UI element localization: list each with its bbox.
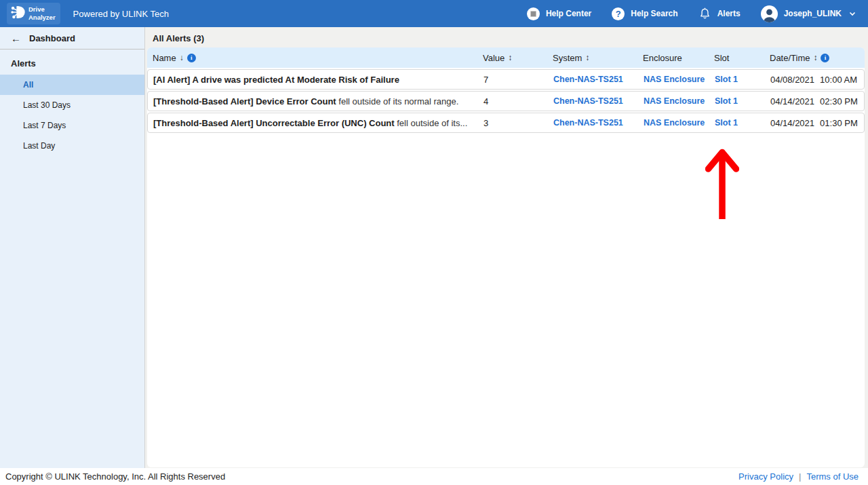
table-row: [Threshold-Based Alert] Device Error Cou…	[147, 91, 865, 111]
system-link[interactable]: Chen-NAS-TS251	[553, 118, 644, 128]
sort-desc-icon: ↓	[180, 53, 184, 62]
sort-icon: ↕	[813, 53, 817, 62]
column-header-value[interactable]: Value ↕	[483, 53, 553, 63]
sidebar-item-last-7-days[interactable]: Last 7 Days	[0, 115, 144, 136]
enclosure-link[interactable]: NAS Enclosure	[644, 96, 715, 106]
alert-datetime: 04/14/202101:30 PM	[770, 118, 864, 128]
page-title: All Alerts (3)	[153, 33, 204, 43]
app-logo[interactable]: Drive Analyzer	[7, 3, 60, 24]
enclosure-link[interactable]: NAS Enclosure	[644, 118, 715, 128]
column-header-system[interactable]: System ↕	[553, 53, 643, 63]
alert-value: 3	[484, 118, 553, 128]
sidebar-back-dashboard[interactable]: ← Dashboard	[0, 27, 144, 50]
bell-icon	[698, 7, 711, 20]
table-row: [Threshold-Based Alert] Uncorrectable Er…	[147, 113, 865, 133]
column-header-name[interactable]: Name ↓ i	[153, 53, 483, 63]
alerts-button[interactable]: Alerts	[698, 7, 741, 20]
alerts-table-panel: Name ↓ i Value ↕ System ↕ Enclosure Slot…	[147, 47, 865, 467]
alert-datetime: 04/08/202110:00 AM	[770, 75, 864, 85]
dashboard-label: Dashboard	[29, 33, 75, 43]
chevron-down-icon	[849, 12, 856, 16]
system-link[interactable]: Chen-NAS-TS251	[553, 96, 644, 106]
help-center-icon	[527, 7, 540, 20]
table-header-row: Name ↓ i Value ↕ System ↕ Enclosure Slot…	[147, 47, 865, 68]
help-center-label: Help Center	[546, 9, 591, 18]
sidebar-item-all[interactable]: All	[0, 75, 144, 95]
username-label: Joseph_ULINK	[784, 9, 842, 18]
alerts-label: Alerts	[717, 9, 741, 18]
drive-analyzer-logo-icon	[9, 3, 26, 24]
alert-name: [Threshold-Based Alert] Uncorrectable Er…	[153, 118, 484, 128]
help-search-button[interactable]: ? Help Search	[612, 7, 677, 20]
system-link[interactable]: Chen-NAS-TS251	[553, 75, 644, 84]
sort-icon: ↕	[508, 53, 512, 62]
back-arrow-icon: ←	[11, 33, 21, 44]
top-navbar: Drive Analyzer Powered by ULINK Tech Hel…	[0, 0, 868, 27]
datetime-info-icon[interactable]: i	[821, 54, 829, 62]
column-header-slot[interactable]: Slot	[714, 53, 770, 63]
help-search-label: Help Search	[631, 9, 677, 18]
enclosure-link[interactable]: NAS Enclosure	[644, 75, 715, 84]
column-header-enclosure[interactable]: Enclosure	[643, 53, 714, 63]
powered-by-text: Powered by ULINK Tech	[73, 9, 169, 19]
alert-name: [Threshold-Based Alert] Device Error Cou…	[153, 96, 484, 106]
sidebar-section-alerts: Alerts	[0, 50, 144, 75]
navbar-right: Help Center ? Help Search Alerts	[527, 5, 856, 22]
column-header-datetime[interactable]: Date/Time ↕ i	[770, 53, 865, 63]
help-center-button[interactable]: Help Center	[527, 7, 591, 20]
footer: Copyright © ULINK Technology, Inc. All R…	[0, 468, 868, 485]
slot-link[interactable]: Slot 1	[715, 118, 770, 128]
user-menu[interactable]: Joseph_ULINK	[761, 5, 856, 22]
alert-value: 7	[484, 75, 553, 85]
alert-value: 4	[484, 96, 553, 106]
alert-datetime: 04/14/202102:30 PM	[770, 96, 864, 106]
sort-icon: ↕	[585, 53, 589, 62]
sidebar: ← Dashboard Alerts All Last 30 Days Last…	[0, 27, 145, 468]
footer-separator: |	[799, 471, 801, 482]
sidebar-item-last-30-days[interactable]: Last 30 Days	[0, 95, 144, 115]
table-row: [AI Alert] A drive was predicted At Mode…	[147, 69, 865, 90]
user-avatar-icon	[761, 5, 778, 22]
name-info-icon[interactable]: i	[187, 54, 196, 62]
slot-link[interactable]: Slot 1	[715, 75, 770, 84]
alert-name: [AI Alert] A drive was predicted At Mode…	[153, 75, 484, 85]
sidebar-item-last-day[interactable]: Last Day	[0, 136, 144, 156]
slot-link[interactable]: Slot 1	[715, 96, 770, 106]
app-logo-text: Drive Analyzer	[28, 5, 56, 22]
help-search-icon: ?	[612, 7, 625, 20]
terms-of-use-link[interactable]: Terms of Use	[806, 471, 859, 482]
copyright-text: Copyright © ULINK Technology, Inc. All R…	[5, 471, 225, 482]
privacy-policy-link[interactable]: Privacy Policy	[738, 471, 793, 482]
